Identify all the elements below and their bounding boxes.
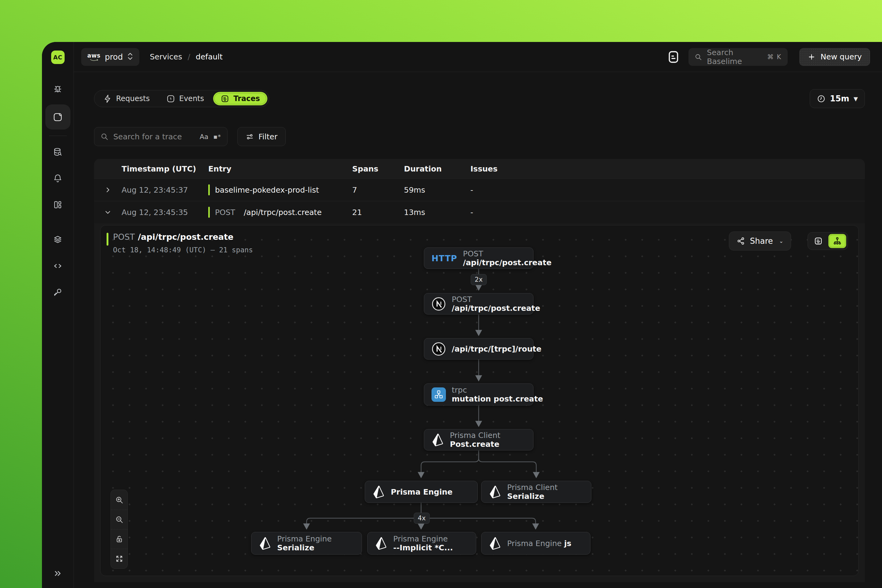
fit-view-button[interactable] [111,549,128,568]
table-header: Timestamp (UTC) Entry Spans Duration Iss… [94,159,865,178]
span-name: Post.create [450,440,500,448]
table-row-expanded[interactable]: Aug 12, 23:45:35 POST /api/trpc/post.cre… [94,201,865,223]
main-area: Requests Events Traces 15m [74,72,882,588]
avatar[interactable]: AC [51,51,64,64]
trpc-icon [432,387,446,402]
row-issues: - [470,208,865,217]
span-prefix: Prisma Engine [277,534,332,543]
trace-detail-panel: POST/api/trpc/post.create Oct 18, 14:48:… [100,225,859,576]
chevron-down-icon: ▼ [854,96,858,102]
key-icon[interactable] [51,285,64,299]
sliders-icon [246,133,254,141]
share-icon [736,237,745,245]
entry-status-bar [208,207,210,218]
span-node-prisma-engine[interactable]: Prisma Engine [365,481,478,503]
bell-icon[interactable] [51,171,64,185]
span-node-nextjs-route[interactable]: /api/trpc/[trpc]/route [424,338,534,360]
prisma-icon [489,486,501,498]
sidebar: AC [42,42,74,588]
tab-events-label: Events [179,94,204,103]
col-timestamp: Timestamp (UTC) [122,165,208,173]
aws-logo: aws [87,52,100,62]
regex-toggle[interactable]: ▪* [213,133,221,140]
view-mode-switcher [808,232,848,250]
list-view-button[interactable] [809,234,827,248]
span-name: mutation post.create [452,394,543,404]
span-node-prisma-engine-serialize[interactable]: Prisma Engine Serialize [251,532,362,555]
span-node-http[interactable]: HTTP POST /api/trpc/post.create [424,248,534,269]
time-range-dropdown[interactable]: 15m ▼ [810,89,865,108]
environment-switcher[interactable]: aws prod [81,48,140,66]
layers-icon[interactable] [51,233,64,246]
chevron-right-icon[interactable] [94,186,122,193]
graph-view-button[interactable] [828,234,846,248]
zoom-out-button[interactable] [111,510,128,529]
breadcrumb-current[interactable]: default [196,52,223,61]
col-duration: Duration [404,165,470,173]
tab-traces[interactable]: Traces [213,92,267,105]
search-icon [100,133,108,141]
prisma-icon [372,486,385,498]
view-tabs: Requests Events Traces [94,90,269,107]
span-node-prisma-client-serialize[interactable]: Prisma Client Serialize [481,481,591,503]
global-search-input[interactable]: Search Baselime ⌘ K [688,48,788,66]
span-name: /api/trpc/post.create [452,304,540,313]
bug-icon[interactable] [51,83,64,96]
lock-toggle-button[interactable] [111,529,128,549]
prisma-icon [489,537,501,550]
desktop-background: AC [0,0,882,588]
zoom-in-button[interactable] [111,490,128,510]
list-view-icon [814,236,823,246]
span-node-trpc[interactable]: trpc mutation post.create [424,383,534,405]
tab-traces-label: Traces [233,94,260,103]
entry-method: POST [215,208,235,217]
share-button[interactable]: Share ⌄ [729,231,791,250]
trace-panel-header: POST/api/trpc/post.create Oct 18, 14:48:… [106,232,253,254]
dashboards-icon[interactable] [51,198,64,212]
tree-view-icon [833,236,842,246]
span-node-prisma-engine-js[interactable]: Prisma Engine js [481,532,591,555]
chevron-down-icon: ⌄ [779,238,783,244]
span-prefix: Prisma Engine [507,539,562,548]
expand-sidebar-icon[interactable] [51,567,64,580]
table-row[interactable]: Aug 12, 23:45:37 baselime-pokedex-prod-l… [94,178,865,201]
breadcrumb-services[interactable]: Services [150,52,182,61]
row-entry: POST /api/trpc/post.create [208,207,352,218]
span-node-prisma-client[interactable]: Prisma Client Post.create [424,429,534,450]
sidebar-item-explore-active[interactable] [45,104,70,129]
trace-status-bar [106,233,108,246]
span-name: Prisma Engine [391,488,453,496]
filter-button[interactable]: Filter [237,127,286,146]
share-label: Share [750,236,773,246]
row-duration: 59ms [404,186,470,195]
database-search-icon[interactable] [51,145,64,159]
case-sensitive-toggle[interactable]: Aa [200,133,208,141]
breadcrumb-separator: / [188,52,190,61]
span-prefix: Prisma Engine [393,534,448,543]
trace-search-input[interactable]: Search for a trace Aa ▪* [94,127,228,146]
span-node-prisma-engine-implicit[interactable]: Prisma Engine --Implicit *C... [367,532,476,555]
breadcrumb: Services / default [150,52,223,61]
span-prefix: trpc [452,386,467,394]
search-icon [694,53,702,61]
col-entry: Entry [208,165,352,173]
span-prefix: Prisma Client [450,431,500,440]
changelog-icon[interactable] [666,50,681,64]
multiplier-badge: 4x [414,513,430,524]
chevron-down-icon[interactable] [94,209,122,216]
traces-table: Timestamp (UTC) Entry Spans Duration Iss… [94,159,865,582]
global-search-placeholder: Search Baselime [707,48,762,66]
tab-requests[interactable]: Requests [96,92,157,105]
nextjs-icon [432,342,446,356]
tab-events[interactable]: Events [159,92,212,105]
filter-label: Filter [258,132,278,141]
new-query-label: New query [820,52,862,61]
explore-box-icon [52,112,63,122]
row-spans: 21 [352,208,404,217]
code-icon[interactable] [51,259,64,273]
new-query-button[interactable]: New query [800,48,870,66]
trace-search-placeholder: Search for a trace [113,132,195,141]
trace-method: POST [113,232,135,242]
tab-requests-label: Requests [116,94,150,103]
span-node-nextjs-post[interactable]: POST /api/trpc/post.create [424,293,534,315]
